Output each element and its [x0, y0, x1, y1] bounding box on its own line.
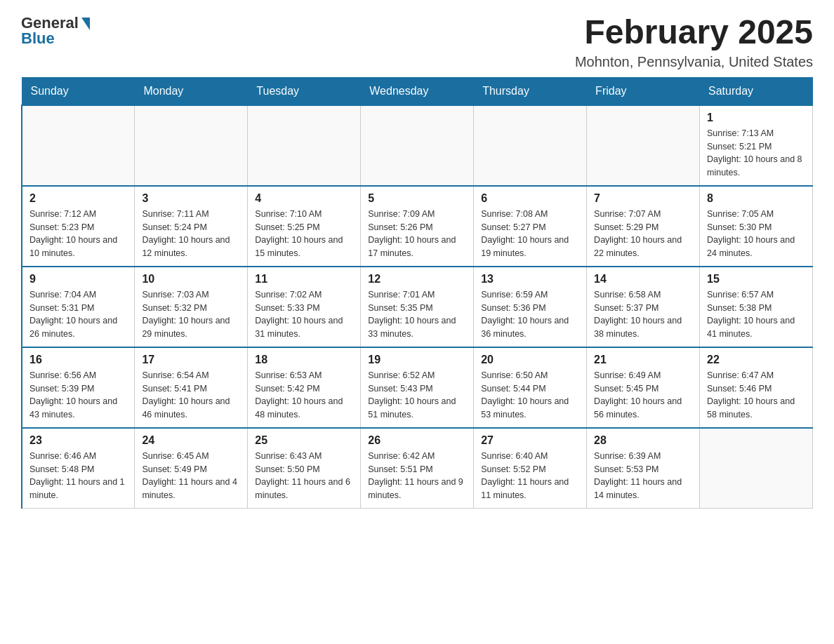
calendar-table: SundayMondayTuesdayWednesdayThursdayFrid… [21, 77, 813, 509]
day-info: Sunrise: 6:43 AM Sunset: 5:50 PM Dayligh… [255, 450, 353, 502]
calendar-cell [474, 105, 587, 186]
calendar-cell: 24Sunrise: 6:45 AM Sunset: 5:49 PM Dayli… [135, 428, 248, 509]
logo-arrow-icon [81, 18, 90, 30]
day-info: Sunrise: 7:03 AM Sunset: 5:32 PM Dayligh… [142, 288, 240, 341]
calendar-cell: 23Sunrise: 6:46 AM Sunset: 5:48 PM Dayli… [22, 428, 135, 509]
calendar-cell: 10Sunrise: 7:03 AM Sunset: 5:32 PM Dayli… [135, 267, 248, 347]
weekday-header-row: SundayMondayTuesdayWednesdayThursdayFrid… [22, 77, 813, 105]
day-info: Sunrise: 6:57 AM Sunset: 5:38 PM Dayligh… [707, 288, 805, 341]
day-info: Sunrise: 7:01 AM Sunset: 5:35 PM Dayligh… [368, 288, 466, 341]
day-info: Sunrise: 6:46 AM Sunset: 5:48 PM Dayligh… [29, 450, 127, 502]
calendar-cell: 3Sunrise: 7:11 AM Sunset: 5:24 PM Daylig… [135, 186, 248, 267]
day-info: Sunrise: 6:47 AM Sunset: 5:46 PM Dayligh… [707, 369, 805, 422]
day-number: 13 [481, 273, 579, 286]
day-number: 21 [594, 354, 692, 366]
day-number: 17 [142, 354, 240, 366]
day-number: 1 [707, 112, 805, 124]
calendar-cell [587, 105, 700, 186]
day-number: 15 [707, 273, 805, 286]
calendar-week-row: 9Sunrise: 7:04 AM Sunset: 5:31 PM Daylig… [22, 267, 813, 347]
weekday-header-saturday: Saturday [700, 77, 813, 105]
calendar-week-row: 23Sunrise: 6:46 AM Sunset: 5:48 PM Dayli… [22, 428, 813, 509]
calendar-cell: 19Sunrise: 6:52 AM Sunset: 5:43 PM Dayli… [361, 347, 474, 428]
calendar-body: 1Sunrise: 7:13 AM Sunset: 5:21 PM Daylig… [22, 105, 813, 509]
page-header: General Blue February 2025 Mohnton, Penn… [21, 14, 813, 70]
day-info: Sunrise: 7:08 AM Sunset: 5:27 PM Dayligh… [481, 208, 579, 260]
day-info: Sunrise: 6:58 AM Sunset: 5:37 PM Dayligh… [594, 288, 692, 341]
calendar-cell: 14Sunrise: 6:58 AM Sunset: 5:37 PM Dayli… [587, 267, 700, 347]
day-info: Sunrise: 6:45 AM Sunset: 5:49 PM Dayligh… [142, 450, 240, 502]
day-info: Sunrise: 6:50 AM Sunset: 5:44 PM Dayligh… [481, 369, 579, 422]
calendar-cell: 18Sunrise: 6:53 AM Sunset: 5:42 PM Dayli… [248, 347, 361, 428]
day-info: Sunrise: 7:12 AM Sunset: 5:23 PM Dayligh… [29, 208, 127, 260]
calendar-cell: 22Sunrise: 6:47 AM Sunset: 5:46 PM Dayli… [700, 347, 813, 428]
calendar-week-row: 2Sunrise: 7:12 AM Sunset: 5:23 PM Daylig… [22, 186, 813, 267]
weekday-header-thursday: Thursday [474, 77, 587, 105]
calendar-cell: 9Sunrise: 7:04 AM Sunset: 5:31 PM Daylig… [22, 267, 135, 347]
calendar-cell: 12Sunrise: 7:01 AM Sunset: 5:35 PM Dayli… [361, 267, 474, 347]
calendar-cell: 16Sunrise: 6:56 AM Sunset: 5:39 PM Dayli… [22, 347, 135, 428]
day-number: 16 [29, 354, 127, 366]
day-number: 27 [481, 434, 579, 447]
calendar-cell: 25Sunrise: 6:43 AM Sunset: 5:50 PM Dayli… [248, 428, 361, 509]
day-number: 10 [142, 273, 240, 286]
calendar-cell: 11Sunrise: 7:02 AM Sunset: 5:33 PM Dayli… [248, 267, 361, 347]
title-block: February 2025 Mohnton, Pennsylvania, Uni… [575, 14, 813, 70]
calendar-cell [700, 428, 813, 509]
day-info: Sunrise: 6:56 AM Sunset: 5:39 PM Dayligh… [29, 369, 127, 422]
calendar-header: SundayMondayTuesdayWednesdayThursdayFrid… [22, 77, 813, 105]
calendar-week-row: 1Sunrise: 7:13 AM Sunset: 5:21 PM Daylig… [22, 105, 813, 186]
weekday-header-friday: Friday [587, 77, 700, 105]
logo-blue-text: Blue [21, 29, 55, 48]
calendar-cell: 13Sunrise: 6:59 AM Sunset: 5:36 PM Dayli… [474, 267, 587, 347]
day-number: 3 [142, 192, 240, 205]
day-number: 20 [481, 354, 579, 366]
day-info: Sunrise: 6:49 AM Sunset: 5:45 PM Dayligh… [594, 369, 692, 422]
calendar-cell [248, 105, 361, 186]
day-info: Sunrise: 6:42 AM Sunset: 5:51 PM Dayligh… [368, 450, 466, 502]
day-number: 7 [594, 192, 692, 205]
calendar-cell [361, 105, 474, 186]
day-number: 18 [255, 354, 353, 366]
logo: General Blue [21, 14, 90, 48]
day-info: Sunrise: 6:40 AM Sunset: 5:52 PM Dayligh… [481, 450, 579, 502]
calendar-cell: 1Sunrise: 7:13 AM Sunset: 5:21 PM Daylig… [700, 105, 813, 186]
day-number: 2 [29, 192, 127, 205]
day-number: 25 [255, 434, 353, 447]
day-number: 4 [255, 192, 353, 205]
calendar-cell: 28Sunrise: 6:39 AM Sunset: 5:53 PM Dayli… [587, 428, 700, 509]
day-number: 6 [481, 192, 579, 205]
day-number: 23 [29, 434, 127, 447]
day-info: Sunrise: 7:10 AM Sunset: 5:25 PM Dayligh… [255, 208, 353, 260]
day-info: Sunrise: 6:59 AM Sunset: 5:36 PM Dayligh… [481, 288, 579, 341]
day-info: Sunrise: 7:09 AM Sunset: 5:26 PM Dayligh… [368, 208, 466, 260]
calendar-cell: 15Sunrise: 6:57 AM Sunset: 5:38 PM Dayli… [700, 267, 813, 347]
day-number: 11 [255, 273, 353, 286]
day-info: Sunrise: 7:07 AM Sunset: 5:29 PM Dayligh… [594, 208, 692, 260]
calendar-cell: 8Sunrise: 7:05 AM Sunset: 5:30 PM Daylig… [700, 186, 813, 267]
weekday-header-monday: Monday [135, 77, 248, 105]
day-info: Sunrise: 7:02 AM Sunset: 5:33 PM Dayligh… [255, 288, 353, 341]
calendar-cell: 26Sunrise: 6:42 AM Sunset: 5:51 PM Dayli… [361, 428, 474, 509]
day-number: 28 [594, 434, 692, 447]
day-number: 5 [368, 192, 466, 205]
day-info: Sunrise: 6:39 AM Sunset: 5:53 PM Dayligh… [594, 450, 692, 502]
page-subtitle: Mohnton, Pennsylvania, United States [575, 54, 813, 70]
day-number: 8 [707, 192, 805, 205]
calendar-cell: 6Sunrise: 7:08 AM Sunset: 5:27 PM Daylig… [474, 186, 587, 267]
page-title: February 2025 [575, 14, 813, 51]
day-info: Sunrise: 7:05 AM Sunset: 5:30 PM Dayligh… [707, 208, 805, 260]
day-number: 12 [368, 273, 466, 286]
day-number: 14 [594, 273, 692, 286]
calendar-cell: 4Sunrise: 7:10 AM Sunset: 5:25 PM Daylig… [248, 186, 361, 267]
calendar-cell: 20Sunrise: 6:50 AM Sunset: 5:44 PM Dayli… [474, 347, 587, 428]
calendar-cell [135, 105, 248, 186]
day-number: 22 [707, 354, 805, 366]
day-number: 24 [142, 434, 240, 447]
day-info: Sunrise: 6:53 AM Sunset: 5:42 PM Dayligh… [255, 369, 353, 422]
calendar-cell: 27Sunrise: 6:40 AM Sunset: 5:52 PM Dayli… [474, 428, 587, 509]
calendar-cell: 2Sunrise: 7:12 AM Sunset: 5:23 PM Daylig… [22, 186, 135, 267]
calendar-cell: 21Sunrise: 6:49 AM Sunset: 5:45 PM Dayli… [587, 347, 700, 428]
day-info: Sunrise: 7:04 AM Sunset: 5:31 PM Dayligh… [29, 288, 127, 341]
day-info: Sunrise: 6:54 AM Sunset: 5:41 PM Dayligh… [142, 369, 240, 422]
